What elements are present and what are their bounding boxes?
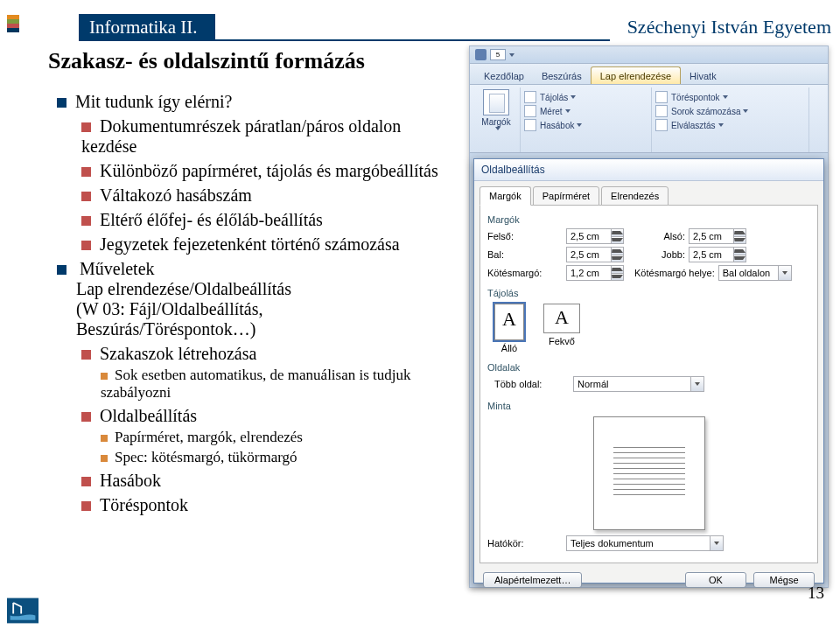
header-underline xyxy=(215,18,610,41)
header-university: Széchenyi István Egyetem xyxy=(627,16,831,38)
apply-to-label: Hatókör: xyxy=(487,538,566,549)
breaks-icon xyxy=(655,91,668,103)
quick-access-toolbar: 5 xyxy=(470,46,828,64)
bottom-margin-label: Alsó: xyxy=(641,231,685,241)
ok-button[interactable]: OK xyxy=(685,572,746,588)
chevron-down-icon xyxy=(577,123,582,127)
columns-icon xyxy=(524,119,536,131)
margins-button[interactable]: Margók xyxy=(476,89,516,150)
left-margin-label: Bal: xyxy=(487,249,566,260)
bullet-l4: Spec: kötésmargó, tükörmargó xyxy=(101,449,442,466)
dialog-tab-margins[interactable]: Margók xyxy=(480,186,531,206)
spin-down-icon[interactable] xyxy=(734,238,746,241)
line-numbers-icon xyxy=(655,105,668,117)
chevron-down-icon xyxy=(565,109,570,113)
columns-button[interactable]: Hasábok xyxy=(524,119,648,131)
orientation-portrait[interactable]: A Álló xyxy=(494,304,524,353)
bullet-l4: Papírméret, margók, elrendezés xyxy=(101,429,442,446)
bullet-l1: Mit tudunk így elérni? Dokumentumrészek … xyxy=(57,92,442,255)
top-margin-spinner[interactable]: 2,5 cm xyxy=(566,228,624,244)
chevron-down-icon xyxy=(690,377,704,391)
qat-field[interactable]: 5 xyxy=(490,49,506,60)
spin-down-icon[interactable] xyxy=(734,256,746,260)
default-button[interactable]: Alapértelmezett… xyxy=(483,572,582,588)
dialog-tab-layout[interactable]: Elrendezés xyxy=(601,186,668,206)
page-preview xyxy=(593,416,705,530)
spin-down-icon[interactable] xyxy=(612,256,623,260)
bullet-l2: Hasábok xyxy=(81,471,442,491)
size-icon xyxy=(524,105,536,117)
bullet-l2: Szakaszok létrehozása Sok esetben automa… xyxy=(81,344,442,402)
spin-up-icon[interactable] xyxy=(612,268,623,271)
spin-up-icon[interactable] xyxy=(734,231,746,234)
dialog-footer: Alapértelmezett… OK Mégse xyxy=(474,567,823,591)
right-margin-label: Jobb: xyxy=(641,249,685,260)
slide-header: Informatika II. Széchenyi István Egyetem xyxy=(79,14,831,41)
section-orientation-label: Tájolás xyxy=(487,288,810,298)
left-margin-spinner[interactable]: 2,5 cm xyxy=(566,247,624,262)
bullet-l2: Eltérő élőfej- és élőláb-beállítás xyxy=(81,210,442,230)
chevron-down-icon xyxy=(778,266,791,280)
spin-down-icon[interactable] xyxy=(612,275,623,278)
hyphenation-button[interactable]: Elválasztás xyxy=(655,119,805,131)
spin-down-icon[interactable] xyxy=(612,238,623,241)
margins-icon xyxy=(483,89,509,115)
word-screenshot: 5 Kezdőlap Beszúrás Lap elrendezése Hiva… xyxy=(469,45,829,588)
gutter-label: Kötésmargó: xyxy=(487,268,566,278)
size-button[interactable]: Méret xyxy=(524,105,648,117)
orientation-button[interactable]: Tájolás xyxy=(524,91,648,103)
line-numbers-button[interactable]: Sorok számozása xyxy=(655,105,805,117)
gutter-pos-label: Kötésmargó helye: xyxy=(634,268,715,278)
section-pages-label: Oldalak xyxy=(487,362,810,373)
chevron-down-icon xyxy=(723,95,728,99)
landscape-icon: A xyxy=(543,304,580,333)
chevron-down-icon xyxy=(710,536,723,550)
dialog-title: Oldalbeállítás xyxy=(474,159,823,181)
cancel-button[interactable]: Mégse xyxy=(753,572,815,588)
multiple-pages-label: Több oldal: xyxy=(494,379,573,389)
section-margins-label: Margók xyxy=(487,214,810,225)
gutter-spinner[interactable]: 1,2 cm xyxy=(566,265,624,281)
dialog-body: Margók Felső: 2,5 cm Alsó: 2,5 cm Bal: 2… xyxy=(480,205,818,563)
tab-home[interactable]: Kezdőlap xyxy=(475,67,533,84)
bullet-l2: Töréspontok xyxy=(81,495,442,515)
gutter-pos-combo[interactable]: Bal oldalon xyxy=(718,265,792,281)
bottom-margin-spinner[interactable]: 2,5 cm xyxy=(689,228,746,244)
multiple-pages-combo[interactable]: Normál xyxy=(573,376,704,392)
right-margin-spinner[interactable]: 2,5 cm xyxy=(689,247,746,262)
ribbon: Margók Tájolás Méret Hasábok Töréspontok… xyxy=(470,85,828,153)
bullet-l2: Váltakozó hasábszám xyxy=(81,185,442,206)
dialog-tab-paper[interactable]: Papírméret xyxy=(533,186,599,206)
bullet-l2: Jegyzetek fejezetenként történő számozás… xyxy=(81,234,442,255)
orientation-icon xyxy=(524,91,536,103)
bullet-l2: Oldalbeállítás Papírméret, margók, elren… xyxy=(81,406,442,466)
slide-accent-strip xyxy=(7,15,19,32)
office-button-icon[interactable] xyxy=(475,49,486,60)
section-preview-label: Minta xyxy=(487,401,810,411)
university-logo-icon xyxy=(7,598,38,624)
tab-insert[interactable]: Beszúrás xyxy=(533,67,591,84)
top-margin-label: Felső: xyxy=(487,231,566,241)
chevron-down-icon xyxy=(495,127,500,130)
hyphenation-icon xyxy=(655,119,668,131)
spin-up-icon[interactable] xyxy=(612,249,623,253)
page-setup-dialog: Oldalbeállítás Margók Papírméret Elrende… xyxy=(473,158,824,584)
bullet-l2: Különböző papírméret, tájolás és margóbe… xyxy=(81,161,442,181)
dialog-tabs: Margók Papírméret Elrendezés xyxy=(480,186,818,206)
qat-dropdown-icon[interactable] xyxy=(509,53,514,57)
header-course-tag: Informatika II. xyxy=(79,14,215,41)
slide-body: Mit tudunk így elérni? Dokumentumrészek … xyxy=(48,87,442,520)
apply-to-combo[interactable]: Teljes dokumentum xyxy=(566,535,724,551)
bullet-l2: Dokumentumrészek páratlan/páros oldalon … xyxy=(81,116,442,157)
ribbon-tabs: Kezdőlap Beszúrás Lap elrendezése Hivatk xyxy=(470,64,828,85)
bullet-l1: Műveletek Lap elrendezése/Oldalbeállítás… xyxy=(57,259,442,515)
page-title: Szakasz- és oldalszintű formázás xyxy=(48,48,365,74)
breaks-button[interactable]: Töréspontok xyxy=(655,91,805,103)
page-number: 13 xyxy=(808,584,824,603)
tab-page-layout[interactable]: Lap elrendezése xyxy=(591,66,681,84)
tab-references[interactable]: Hivatk xyxy=(681,67,725,84)
spin-up-icon[interactable] xyxy=(612,231,623,234)
orientation-landscape[interactable]: A Fekvő xyxy=(543,304,580,353)
spin-up-icon[interactable] xyxy=(734,249,746,253)
bullet-l4: Sok esetben automatikus, de manuálisan i… xyxy=(101,367,442,402)
